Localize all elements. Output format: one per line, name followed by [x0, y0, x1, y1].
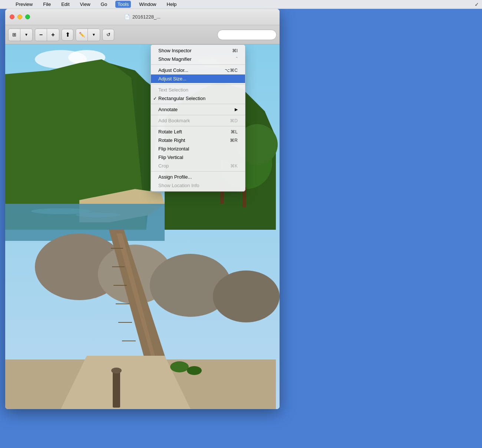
svg-point-10	[31, 208, 90, 214]
menu-item-rotate-left[interactable]: Rotate Left ⌘L	[151, 127, 245, 136]
svg-point-28	[111, 368, 122, 374]
menu-item-adjust-color[interactable]: Adjust Color... ⌥⌘C	[151, 66, 245, 74]
rectangular-selection-label: Rectangular Selection	[158, 96, 205, 101]
search-input[interactable]	[217, 30, 277, 40]
menu-item-adjust-size[interactable]: Adjust Size...	[151, 74, 245, 83]
svg-rect-27	[113, 371, 120, 408]
menu-item-rectangular-selection[interactable]: ✓ Rectangular Selection	[151, 94, 245, 103]
separator-2	[151, 84, 245, 84]
adjust-color-shortcut: ⌥⌘C	[225, 68, 238, 73]
rotate-right-label: Rotate Right	[158, 137, 185, 143]
menu-item-assign-profile[interactable]: Assign Profile...	[151, 173, 245, 181]
share-button[interactable]: ⬆	[62, 29, 73, 41]
annotate-submenu-arrow: ▶	[235, 107, 238, 112]
annotate-label: Annotate	[158, 107, 178, 112]
close-button[interactable]	[10, 14, 14, 19]
app-window: 📄 20161228_... ⊞ ▼ − + ⬆ ✏️ ▼ ↺	[5, 9, 280, 409]
adjust-size-label: Adjust Size...	[158, 76, 186, 82]
separator-5	[151, 126, 245, 126]
file-icon: 📄	[124, 14, 130, 20]
desktop-area	[282, 9, 482, 448]
crop-label: Crop	[158, 163, 169, 169]
separator-6	[151, 171, 245, 172]
sidebar-chevron-button[interactable]: ▼	[20, 29, 32, 41]
menubar-tools[interactable]: Tools	[115, 1, 131, 8]
markup-button-group: ✏️ ▼	[76, 29, 100, 41]
fullscreen-button[interactable]	[25, 14, 30, 19]
zoom-button-group: − +	[35, 29, 59, 41]
menubar-edit[interactable]: Edit	[59, 1, 72, 8]
svg-point-15	[213, 271, 280, 322]
zoom-out-button[interactable]: −	[35, 29, 47, 41]
menubar-preview[interactable]: Preview	[13, 1, 35, 8]
menu-item-show-magnifier[interactable]: Show Magnifier `	[151, 55, 245, 63]
menubar-file[interactable]: File	[41, 1, 53, 8]
menu-item-add-bookmark[interactable]: Add Bookmark ⌘D	[151, 116, 245, 125]
toolbar: ⊞ ▼ − + ⬆ ✏️ ▼ ↺	[5, 25, 280, 44]
apple-menu[interactable]	[3, 4, 7, 5]
rotate-left-shortcut: ⌘L	[231, 129, 238, 135]
file-name: 20161228_...	[132, 14, 161, 20]
notification-icon: ✓	[475, 1, 479, 7]
svg-point-35	[170, 361, 189, 372]
flip-vertical-label: Flip Vertical	[158, 155, 183, 160]
svg-point-11	[76, 213, 120, 217]
menu-item-show-inspector[interactable]: Show Inspector ⌘I	[151, 46, 245, 55]
show-inspector-label: Show Inspector	[158, 48, 192, 53]
separator-3	[151, 104, 245, 104]
menubar: Preview File Edit View Go Tools Window H…	[0, 0, 482, 9]
traffic-lights	[10, 14, 30, 19]
svg-point-36	[187, 366, 202, 375]
title-bar: 📄 20161228_...	[5, 9, 280, 25]
crop-shortcut: ⌘K	[230, 163, 238, 169]
show-location-info-label: Show Location Info	[158, 183, 199, 188]
tools-dropdown-menu: Show Inspector ⌘I Show Magnifier ` Adjus…	[151, 44, 245, 192]
menubar-window[interactable]: Window	[137, 1, 158, 8]
add-bookmark-shortcut: ⌘D	[230, 118, 238, 123]
markup-chevron-button[interactable]: ▼	[88, 29, 100, 41]
minimize-button[interactable]	[17, 14, 22, 19]
separator-1	[151, 64, 245, 65]
menubar-view[interactable]: View	[78, 1, 93, 8]
menu-item-flip-vertical[interactable]: Flip Vertical	[151, 153, 245, 162]
adjust-color-label: Adjust Color...	[158, 67, 188, 73]
menu-item-flip-horizontal[interactable]: Flip Horizontal	[151, 145, 245, 153]
menubar-help[interactable]: Help	[165, 1, 179, 8]
show-magnifier-shortcut: `	[236, 57, 238, 62]
menu-item-rotate-right[interactable]: Rotate Right ⌘R	[151, 136, 245, 145]
rotate-button[interactable]: ↺	[102, 29, 114, 41]
menu-item-text-selection[interactable]: Text Selection	[151, 86, 245, 94]
menu-item-crop[interactable]: Crop ⌘K	[151, 162, 245, 170]
text-selection-label: Text Selection	[158, 87, 188, 93]
sidebar-button-group: ⊞ ▼	[8, 29, 33, 41]
zoom-in-button[interactable]: +	[47, 29, 59, 41]
show-magnifier-label: Show Magnifier	[158, 56, 192, 62]
flip-horizontal-label: Flip Horizontal	[158, 146, 189, 152]
rotate-left-label: Rotate Left	[158, 129, 182, 135]
window-title: 📄 20161228_...	[124, 14, 161, 20]
markup-button[interactable]: ✏️	[76, 29, 88, 41]
assign-profile-label: Assign Profile...	[158, 174, 192, 180]
separator-4	[151, 115, 245, 115]
image-area: Show Inspector ⌘I Show Magnifier ` Adjus…	[5, 44, 280, 409]
add-bookmark-label: Add Bookmark	[158, 118, 190, 123]
menubar-go[interactable]: Go	[99, 1, 109, 8]
show-inspector-shortcut: ⌘I	[232, 48, 238, 53]
menu-item-annotate[interactable]: Annotate ▶	[151, 105, 245, 114]
sidebar-toggle-button[interactable]: ⊞	[9, 29, 20, 41]
rotate-right-shortcut: ⌘R	[230, 138, 238, 143]
rectangular-selection-check: ✓	[153, 96, 157, 101]
menu-item-show-location-info[interactable]: Show Location Info	[151, 181, 245, 190]
